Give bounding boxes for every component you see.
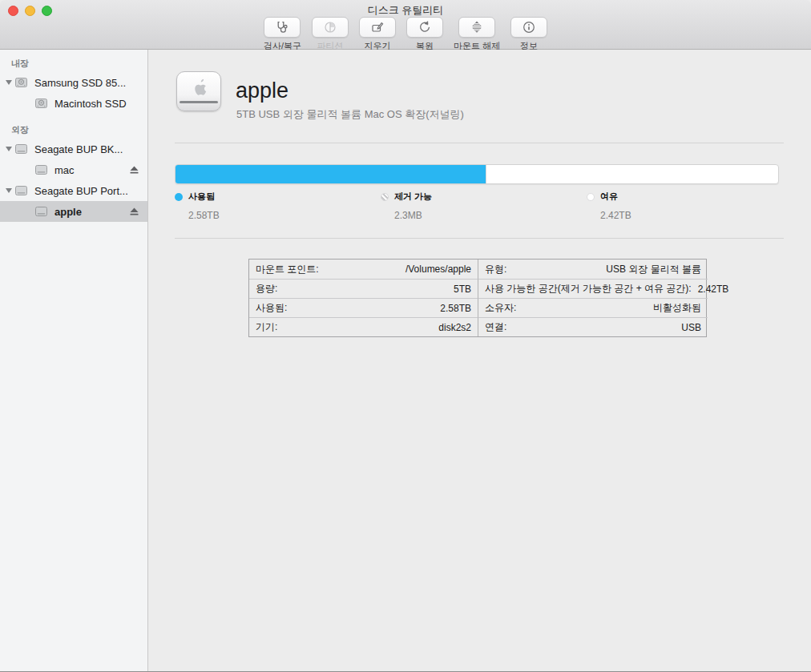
table-row: 사용됨: 2.58TB: [249, 298, 478, 317]
legend-free: 여유 2.42TB: [587, 191, 631, 221]
legend-purgeable-label: 제거 가능: [394, 191, 432, 203]
table-row: 연결: USB: [478, 317, 708, 336]
usage-bar-used: [176, 165, 486, 183]
table-row: 기기: disk2s2: [249, 317, 478, 336]
info-button[interactable]: 정보: [510, 17, 547, 52]
connection-value: USB: [681, 322, 701, 333]
legend-free-label: 여유: [600, 191, 618, 203]
mount-point-label: 마운트 포인트:: [256, 263, 319, 276]
available-label: 사용 가능한 공간(제거 가능한 공간 + 여유 공간):: [485, 282, 692, 296]
sidebar-item-label: Samsung SSD 85...: [34, 77, 126, 89]
sidebar: 내장 Samsung SSD 85... Macintosh SSD: [0, 50, 148, 671]
drive-slot: [180, 101, 218, 103]
legend-purgeable-value: 2.3MB: [394, 210, 432, 221]
used-swatch-icon: [175, 193, 183, 201]
unmount-icon: [470, 20, 484, 34]
sidebar-item-seagate-bk[interactable]: Seagate BUP BK...: [0, 139, 147, 159]
erase-icon: [370, 20, 385, 34]
volume-icon: [176, 71, 221, 111]
erase-button[interactable]: 지우기: [359, 17, 396, 52]
separator: [175, 238, 784, 239]
window-title: 디스크 유틸리티: [0, 3, 811, 18]
sidebar-item-apple[interactable]: apple: [0, 201, 147, 222]
type-value: USB 외장 물리적 볼륨: [606, 263, 701, 276]
available-value: 2.42TB: [698, 284, 729, 295]
main-content: apple 5TB USB 외장 물리적 볼륨 Mac OS 확장(저널링) 사…: [149, 50, 811, 671]
external-drive-icon: [34, 163, 48, 176]
used-label: 사용됨:: [256, 301, 287, 315]
owner-value: 비활성화됨: [653, 301, 701, 315]
sidebar-item-label: Macintosh SSD: [54, 98, 127, 110]
sidebar-item-samsung-ssd[interactable]: Samsung SSD 85...: [0, 72, 147, 93]
usage-bar: [175, 164, 779, 184]
free-swatch-icon: [587, 193, 595, 201]
device-label: 기기:: [256, 320, 277, 334]
owner-label: 소유자:: [485, 301, 516, 315]
table-row: 용량: 5TB: [249, 279, 478, 298]
restore-icon: [418, 20, 432, 34]
sidebar-item-mac[interactable]: mac: [0, 159, 147, 180]
sidebar-item-seagate-port[interactable]: Seagate BUP Port...: [0, 180, 147, 201]
sidebar-item-label: Seagate BUP Port...: [34, 185, 128, 197]
legend-free-value: 2.42TB: [600, 210, 631, 221]
table-row: 소유자: 비활성화됨: [478, 298, 708, 317]
connection-label: 연결:: [485, 320, 506, 334]
internal-drive-icon: [14, 76, 28, 89]
info-icon: [522, 20, 536, 34]
partition-button[interactable]: 파티션: [312, 17, 349, 52]
device-value: disk2s2: [438, 322, 471, 333]
table-row: 유형: USB 외장 물리적 볼륨: [478, 260, 708, 279]
titlebar: 디스크 유틸리티 검사/복구: [0, 0, 811, 50]
partition-icon: [323, 20, 337, 34]
legend-used-value: 2.58TB: [188, 210, 220, 221]
unmount-button[interactable]: 마운트 해제: [454, 17, 500, 52]
disclosure-triangle-icon[interactable]: [6, 147, 12, 151]
internal-drive-icon: [34, 97, 48, 110]
toolbar: 검사/복구 파티션 지: [0, 17, 811, 52]
first-aid-button[interactable]: 검사/복구: [264, 17, 301, 52]
restore-button[interactable]: 복원: [406, 17, 443, 52]
apple-logo-icon: [190, 78, 208, 99]
external-drive-icon: [34, 205, 48, 218]
sidebar-item-macintosh-ssd[interactable]: Macintosh SSD: [0, 93, 147, 114]
external-drive-icon: [14, 184, 28, 197]
purgeable-swatch-icon: [381, 193, 389, 201]
disk-utility-window: 디스크 유틸리티 검사/복구: [0, 0, 811, 672]
eject-icon[interactable]: [129, 165, 139, 175]
external-drive-icon: [14, 143, 28, 155]
separator: [175, 143, 784, 143]
detail-table: 마운트 포인트: /Volumes/apple 유형: USB 외장 물리적 볼…: [248, 259, 707, 337]
sidebar-item-label: mac: [54, 164, 75, 176]
sidebar-section-external: 외장: [11, 124, 147, 135]
sidebar-section-internal: 내장: [11, 58, 147, 69]
used-value: 2.58TB: [440, 303, 471, 314]
legend-purgeable: 제거 가능 2.3MB: [381, 191, 432, 221]
eject-icon[interactable]: [129, 207, 139, 217]
type-label: 유형:: [485, 263, 506, 276]
legend-used-label: 사용됨: [188, 191, 215, 203]
volume-title: apple: [236, 78, 288, 103]
table-row: 마운트 포인트: /Volumes/apple: [249, 260, 478, 279]
table-row: 사용 가능한 공간(제거 가능한 공간 + 여유 공간): 2.42TB: [478, 279, 708, 298]
capacity-value: 5TB: [454, 284, 471, 295]
disclosure-triangle-icon[interactable]: [6, 80, 12, 85]
volume-subtitle: 5TB USB 외장 물리적 볼륨 Mac OS 확장(저널링): [236, 107, 464, 122]
disclosure-triangle-icon[interactable]: [6, 188, 12, 193]
capacity-label: 용량:: [256, 282, 277, 296]
first-aid-icon: [275, 20, 289, 34]
sidebar-item-label: Seagate BUP BK...: [34, 143, 123, 155]
legend-used: 사용됨 2.58TB: [175, 191, 220, 221]
sidebar-item-label: apple: [54, 206, 82, 218]
mount-point-value: /Volumes/apple: [406, 264, 471, 275]
